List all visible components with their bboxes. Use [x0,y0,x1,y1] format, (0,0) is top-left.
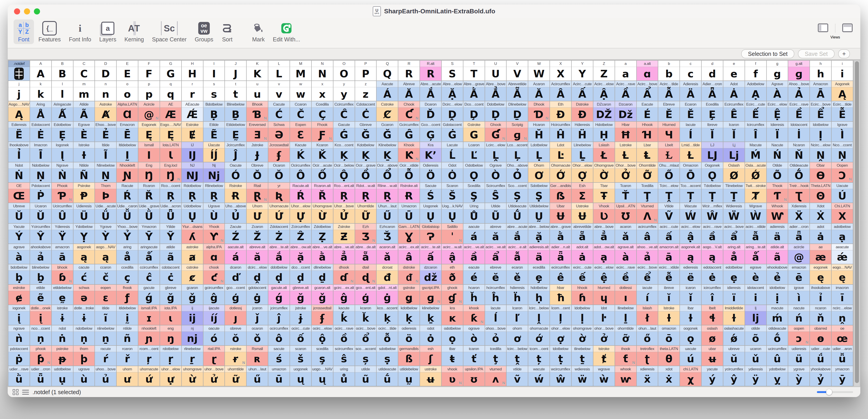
glyph-cell[interactable]: vv [268,81,289,101]
glyph-cell[interactable]: acircumflexâ [637,223,658,243]
glyph-cell[interactable]: TdotbelowṬ [702,183,723,203]
glyph-cell[interactable]: CstrokeȻ [377,101,398,121]
glyph-cell[interactable]: gco…ent.altģ [355,285,376,305]
toolbar-sort-button[interactable]: Sort [218,20,237,44]
glyph-cell[interactable]: FF [138,61,160,81]
glyph-cell[interactable]: GcircumflexĜ [398,122,420,142]
glyph-cell[interactable]: IsmallI [138,142,160,162]
glyph-cell[interactable]: PhookƤN [52,183,73,203]
glyph-cell[interactable]: BdotbelowḄ [204,101,225,121]
glyph-cell[interactable]: OacuteÓ [225,162,246,182]
glyph-cell[interactable]: ff [745,61,766,81]
glyph-cell[interactable]: ntildeñ [117,325,138,345]
glyph-cell[interactable]: IdieresisÏ [767,122,788,142]
glyph-cell[interactable]: ThookƬN [767,183,788,203]
glyph-cell[interactable]: UbarɄ [550,203,571,223]
glyph-cell[interactable]: rstrokeɍN [225,346,246,366]
toolbar-edit-with-button[interactable]: Edit With... [269,20,304,44]
add-set-button[interactable]: + [838,49,850,58]
glyph-cell[interactable]: AmacronĀ [810,81,831,101]
glyph-cell[interactable]: blinebelowḇ [30,264,51,284]
glyph-cell[interactable]: EcedillaȨ [702,101,723,121]
glyph-cell[interactable]: HbarĦ [615,122,636,142]
glyph-cell[interactable]: ustrokeʉ [420,366,441,386]
glyph-cell[interactable]: .notdef [8,61,30,81]
glyph-cell[interactable]: FhookƑN [312,122,333,142]
glyph-cell[interactable]: lslashł [637,305,658,325]
glyph-cell[interactable]: UmacronŪ [398,203,420,223]
glyph-cell[interactable]: Aogo….NAVĄ [8,101,30,121]
glyph-cell[interactable]: Uhor…elowỰ [290,203,311,223]
glyph-cell[interactable]: yacuteý [702,366,723,386]
glyph-cell[interactable]: SchwaƏ [268,122,289,142]
glyph-cell[interactable]: Ohor…boveỞ [615,162,636,182]
glyph-cell[interactable]: ydieresisÿ [745,366,766,386]
grid-view-icon[interactable] [13,389,19,395]
glyph-cell[interactable]: YacuteÝ [8,223,30,243]
glyph-cell[interactable]: RR [398,61,420,81]
glyph-cell[interactable]: EogonekĘ [138,122,160,142]
glyph-cell[interactable]: uhoo…boveủ [95,366,116,386]
glyph-cell[interactable]: icaronǐ [680,285,701,305]
glyph-cell[interactable]: lacuteĺ [485,305,506,325]
glyph-cell[interactable]: jstrokeɉ [290,305,311,325]
glyph-cell[interactable]: KhookƘN [398,142,420,162]
glyph-cell[interactable]: oslashø [702,325,723,345]
glyph-cell[interactable]: DD [95,61,116,81]
glyph-cell[interactable]: dd [702,61,723,81]
view-left-panel-icon[interactable] [818,23,828,33]
glyph-cell[interactable]: Nco…ccentŅ [832,142,853,162]
glyph-cell[interactable]: aacuteá [463,223,485,243]
glyph-cell[interactable]: abre…graveằ [550,223,571,243]
glyph-cell[interactable]: RlinebelowṞ [204,183,225,203]
glyph-cell[interactable]: ecirc…elowệ [593,264,615,284]
glyph-cell[interactable]: CcedillaÇ [312,101,333,121]
glyph-cell[interactable]: UstrokeɄ [572,203,593,223]
glyph-cell[interactable]: GcaronǦ [377,122,398,142]
glyph-cell[interactable]: Lmid…tildeⱢ [680,142,701,162]
glyph-cell[interactable]: MM [290,61,311,81]
glyph-cell[interactable]: RacuteŔ [117,183,138,203]
glyph-cell[interactable]: SaltilloˈN [442,223,463,243]
glyph-cell[interactable]: eogonekę [810,264,831,284]
glyph-cell[interactable]: Ger…andblsẞ [550,183,571,203]
glyph-cell[interactable]: nlinebelowṉ [95,325,116,345]
glyph-cell[interactable]: IhookaboveỈ [8,142,30,162]
glyph-cell[interactable]: Ohu…mlautŐ [658,162,680,182]
glyph-cell[interactable]: IbreveĬ [702,122,723,142]
glyph-cell[interactable]: adotbelowạ [832,223,853,243]
toolbar-kerning-button[interactable]: AT Kerning [121,20,147,44]
glyph-cell[interactable]: ncirc…elowṋ [832,305,853,325]
glyph-cell[interactable]: ZcircumflexẐ [290,223,311,243]
glyph-cell[interactable]: IcaronǏ [723,122,745,142]
glyph-cell[interactable]: gdotaccentġ [247,285,268,305]
glyph-cell[interactable]: Abre…elowẶ [442,81,463,101]
glyph-cell[interactable]: NgraveǸ [52,162,73,182]
glyph-cell[interactable]: ccaronč [95,264,116,284]
glyph-cell[interactable]: mm [73,81,95,101]
glyph-cell[interactable]: Racute.altŔ [290,183,311,203]
glyph-cell[interactable]: LdotbelowḶ [528,142,550,162]
glyph-cell[interactable]: ohun…lautő [637,325,658,345]
glyph-cell[interactable]: XdieresisẌ [788,203,809,223]
glyph-cell[interactable]: Iota.LATNƖ [160,142,181,162]
glyph-cell[interactable]: acaron.altǎ [377,244,398,264]
glyph-cell[interactable]: ocaronǒ [247,325,268,345]
glyph-cell[interactable]: gco…ccentģ [225,285,246,305]
glyph-cell[interactable]: ohor…boveở [593,325,615,345]
glyph-cell[interactable]: AdieresisÄ [680,81,701,101]
glyph-cell[interactable]: ss [204,81,225,101]
glyph-cell[interactable]: oeœ [832,325,853,345]
glyph-cell[interactable]: Twit…strokeȾ [745,183,766,203]
glyph-cell[interactable]: OtildeacuteṌ [788,162,809,182]
glyph-cell[interactable]: HcaronȞ [528,122,550,142]
glyph-cell[interactable]: odotbelowọ [442,325,463,345]
glyph-cell[interactable]: RstrokeɌ [225,183,246,203]
glyph-cell[interactable]: Uhun…lautŰ [377,203,398,223]
glyph-cell[interactable]: UdotbelowỤ [182,203,203,223]
glyph-cell[interactable]: OhorngraveỜ [593,162,615,182]
glyph-cell[interactable]: tcirc…belowṱ [506,346,528,366]
glyph-cell[interactable]: ebreveĕ [485,264,506,284]
glyph-cell[interactable]: TbarŦ [593,183,615,203]
glyph-cell[interactable]: GhookƓN [485,122,506,142]
